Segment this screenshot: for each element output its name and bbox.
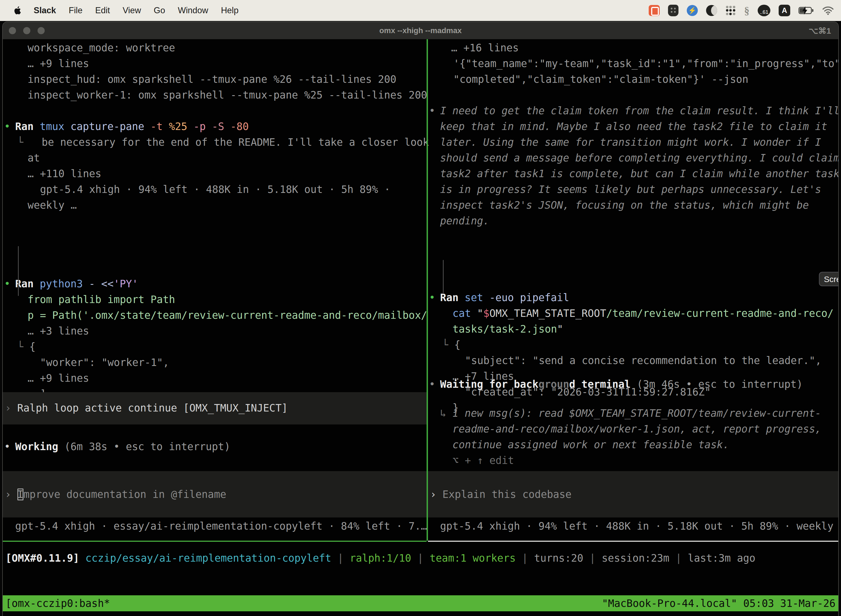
terminal-window: omx --xhigh --madmax ⌥⌘1 workspace_mode:… <box>2 22 839 616</box>
battery-charging-icon[interactable] <box>799 7 814 14</box>
menu-item-file[interactable]: File <box>69 6 82 15</box>
terminal-content[interactable]: workspace_mode: worktree… +9 linesinspec… <box>3 39 838 616</box>
waiting-status: •Waiting for background terminal (3m 46s… <box>429 377 838 392</box>
left-prompt-input[interactable]: › Improve documentation in @filename <box>3 471 426 518</box>
window-shortcut: ⌥⌘1 <box>809 26 831 35</box>
output-line: … +16 lines <box>429 40 838 56</box>
command-line: from pathlib import Path <box>4 292 426 308</box>
command-line: •Ran set -euo pipefail <box>429 290 838 305</box>
command-line: •Ran tmux capture-pane -t %25 -p -S -80 <box>4 119 426 134</box>
omx-hud-status: [OMX#0.11.9] cczip/essay/ai-reimplementa… <box>3 550 837 566</box>
dots-grid-status-icon[interactable] <box>725 5 736 16</box>
thinking-line: •I need to get the claim token from the … <box>429 103 838 119</box>
menu-item-window[interactable]: Window <box>178 6 208 15</box>
command-line: cat "$OMX_TEAM_STATE_ROOT/team/review-cu… <box>429 305 838 321</box>
thinking-block: •I need to get the claim token from the … <box>429 103 838 229</box>
title-bar[interactable]: omx --xhigh --madmax ⌥⌘1 <box>3 22 838 39</box>
command-line: gpt-5.4 xhigh · 94% left · 488K in · 5.1… <box>4 182 426 197</box>
menu-item-help[interactable]: Help <box>221 6 239 15</box>
right-pane-header: … +16 lines'{"team_name":"my-team","task… <box>429 40 838 87</box>
config-line: inspect_worker-1: omx sparkshell --tmux-… <box>4 87 426 103</box>
tmux-session-label: [omx-cczip0:bash* <box>6 595 110 611</box>
moon-status-icon[interactable] <box>706 5 717 16</box>
right-prompt-input[interactable]: › Explain this codebase <box>428 471 838 518</box>
shield-grid-status-icon[interactable] <box>668 5 678 16</box>
thinking-line: should send a message before completing … <box>429 150 838 166</box>
command-line: tasks/task-2.json" <box>429 321 838 337</box>
tmux-host-clock: "MacBook-Pro-44.local" 05:03 31-Mar-26 <box>602 595 835 611</box>
message-line: ↳ 1 new msg(s): read $OMX_TEAM_STATE_ROO… <box>429 405 838 421</box>
thinking-line: inspect task2's JSON, focusing on the st… <box>429 197 838 213</box>
command-line: •Ran python3 - <<'PY' <box>4 276 426 292</box>
left-pane-command-python: •Ran python3 - <<'PY'from pathlib import… <box>4 229 426 418</box>
hook-status-icon[interactable]: § <box>744 4 749 16</box>
thinking-line: task2 after task1 is complete, but can I… <box>429 166 838 182</box>
chat-app-status-icon[interactable] <box>649 5 660 16</box>
working-status: •Working (6m 38s • esc to interrupt) <box>4 439 426 455</box>
left-pane-border <box>3 541 426 542</box>
command-line: weekly … <box>4 197 426 213</box>
message-line: readme-and-reco/mailbox/worker-1.json, a… <box>429 421 838 437</box>
command-line: "worker": "worker-1", <box>4 355 426 370</box>
a-key-status-icon[interactable]: A <box>779 5 790 16</box>
right-session-status: gpt-5.4 xhigh · 94% left · 488K in · 5.1… <box>429 518 838 534</box>
left-session-status: gpt-5.4 xhigh · essay/ai-reimplementatio… <box>4 518 426 534</box>
command-line: … +9 lines <box>4 370 426 386</box>
config-line: workspace_mode: worktree <box>4 40 426 56</box>
status-line: •Waiting for background terminal (3m 46s… <box>429 377 838 392</box>
output-line: "completed","claim_token":"claim-token"}… <box>429 72 838 87</box>
left-pane-command-tmux: •Ran tmux capture-pane -t %25 -p -S -80└… <box>4 119 426 213</box>
status-line: •Working (6m 38s • esc to interrupt) <box>4 439 426 455</box>
thinking-line: pending. <box>429 213 838 229</box>
menu-item-edit[interactable]: Edit <box>95 6 110 15</box>
message-line: ⌥ + ↑ edit <box>429 453 838 468</box>
output-line: '{"team_name":"my-team","task_id":"1","f… <box>429 56 838 72</box>
thinking-line: keep that in mind. Maybe I also need the… <box>429 119 838 134</box>
window-title: omx --xhigh --madmax <box>3 26 838 35</box>
menu-item-go[interactable]: Go <box>154 6 165 15</box>
notice-line: › Ralph loop active continue [OMX_TMUX_I… <box>3 400 426 416</box>
menu-item-slack[interactable]: Slack <box>34 6 56 15</box>
tree-connector-line <box>443 260 444 293</box>
status-line: gpt-5.4 xhigh · essay/ai-reimplementatio… <box>4 518 426 534</box>
input-line: › Explain this codebase <box>428 487 838 502</box>
command-line: p = Path('.omx/state/team/review-current… <box>4 308 426 323</box>
command-line: └ { <box>4 339 426 355</box>
wifi-icon[interactable] <box>822 6 834 15</box>
screenshot-tooltip-label: Scre <box>824 271 838 287</box>
speed-badge-status-icon[interactable]: ⚡ <box>687 5 698 16</box>
menu-item-view[interactable]: View <box>123 6 141 15</box>
command-line: … +110 lines <box>4 166 426 182</box>
left-pane-header: workspace_mode: worktree… +9 linesinspec… <box>4 40 426 103</box>
screenshot-tooltip: Scre <box>819 272 838 286</box>
thinking-line: later. Using the same for transition mig… <box>429 134 838 150</box>
tmux-status-bar: [omx-cczip0:bash* "MacBook-Pro-44.local"… <box>3 595 838 611</box>
command-line: "subject": "send a concise recommendatio… <box>429 353 838 368</box>
menu-bar: Slack File Edit View Go Window Help ⚡ § … <box>0 0 841 21</box>
command-line: └ be necessary for the end of the README… <box>4 134 426 150</box>
badge-61-status-icon[interactable]: ..61 <box>757 5 771 16</box>
config-line: … +9 lines <box>4 56 426 72</box>
mailbox-message: ↳ 1 new msg(s): read $OMX_TEAM_STATE_ROO… <box>429 405 838 468</box>
input-line: › Improve documentation in @filename <box>3 487 426 502</box>
command-line: … +3 lines <box>4 323 426 339</box>
hud-line: [OMX#0.11.9] cczip/essay/ai-reimplementa… <box>3 550 837 566</box>
tree-connector-line <box>18 246 19 296</box>
apple-menu-icon[interactable] <box>13 6 21 15</box>
right-pane-border <box>428 541 838 542</box>
thinking-line: is in progress? It seems likely but perh… <box>429 182 838 197</box>
message-line: continue assigned work or next feasible … <box>429 437 838 453</box>
command-line: └ { <box>429 337 838 353</box>
status-line: gpt-5.4 xhigh · 94% left · 488K in · 5.1… <box>429 518 838 534</box>
ralph-loop-notice: › Ralph loop active continue [OMX_TMUX_I… <box>3 392 426 424</box>
pane-divider[interactable] <box>426 39 428 541</box>
config-line: inspect_hud: omx sparkshell --tmux-pane … <box>4 72 426 87</box>
command-line: at <box>4 150 426 166</box>
